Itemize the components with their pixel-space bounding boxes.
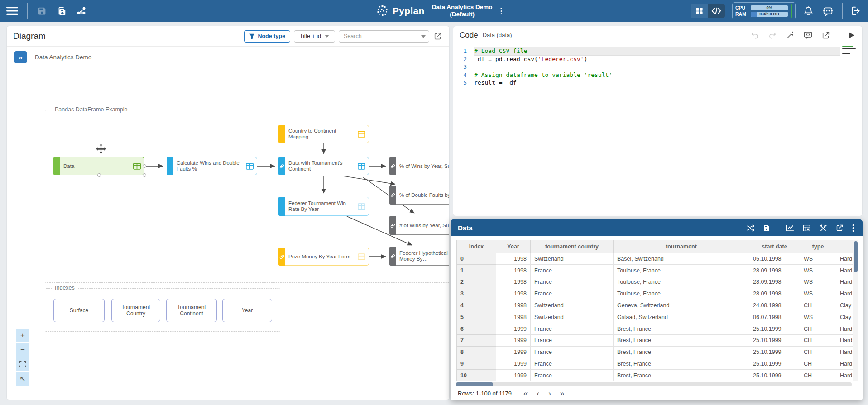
table-row[interactable]: 51998SwitzerlandGstaad, Switzerland06.07… — [457, 311, 858, 323]
diagram-node-federer-hypothetical[interactable]: Federer Hypothetical Prize Money By… — [389, 247, 450, 266]
table-cell: CH — [800, 323, 836, 335]
code-editor[interactable]: 1# Load CSV file2_df = pd.read_csv('Fede… — [453, 44, 862, 87]
menu-button[interactable] — [5, 5, 19, 16]
table-cell: Brest, France — [614, 346, 749, 358]
scrollbar-thumb[interactable] — [456, 382, 493, 386]
link-icon — [390, 254, 395, 259]
next-page-icon[interactable]: › — [548, 389, 551, 398]
index-node-surface[interactable]: Surface — [53, 299, 105, 322]
column-header[interactable]: Year — [496, 240, 531, 253]
diagram-node-data-continent[interactable]: Data with Tournament's Continent — [278, 157, 369, 175]
table-cell: France — [531, 358, 614, 370]
open-data-external-button[interactable] — [835, 223, 844, 233]
save-all-button[interactable] — [56, 5, 67, 17]
index-node-tournament-country[interactable]: Tournament Country — [111, 299, 160, 322]
table-row[interactable]: 11998FranceToulouse, France28.09.1998WSH… — [457, 265, 858, 276]
code-line[interactable]: 5result = _df — [453, 79, 862, 87]
save-button[interactable] — [36, 5, 48, 17]
diagram-node-country-mapping[interactable]: Country to Continent Mapping — [278, 125, 369, 143]
table-cell: 3 — [457, 288, 496, 300]
data-grid[interactable]: indexYeartournament countrytournamentsta… — [456, 240, 858, 381]
open-code-external-button[interactable] — [821, 30, 831, 40]
dataframe-icon — [358, 203, 365, 210]
assistant-button[interactable] — [821, 5, 834, 17]
redo-button[interactable] — [767, 30, 777, 40]
horizontal-scrollbar[interactable] — [456, 382, 852, 386]
table-row[interactable]: 41998SwitzerlandGeneva, Switzerland24.08… — [457, 300, 858, 311]
table-row[interactable]: 81999FranceBrest, France25.10.1999CHHard — [457, 346, 858, 358]
logout-button[interactable] — [850, 5, 862, 17]
arrow-up-left-icon: ↖ — [19, 374, 26, 384]
reset-view-button[interactable]: ↖ — [16, 372, 29, 386]
chart-view-button[interactable] — [785, 224, 795, 233]
brand-logo: Pyplan — [375, 4, 425, 18]
notifications-button[interactable] — [803, 5, 814, 17]
table-row[interactable]: 71999FranceBrest, France25.10.1999CHHard — [457, 335, 858, 347]
column-header[interactable]: type — [800, 240, 836, 253]
table-cell: France — [531, 288, 614, 300]
connector-handle[interactable] — [143, 164, 146, 168]
diagram-node-federer-win-rate[interactable]: Federer Tournament Win Rate By Year — [278, 197, 369, 216]
table-row[interactable]: 61999FranceBrest, France25.10.1999CHHard — [457, 323, 858, 335]
format-code-button[interactable] — [785, 30, 795, 40]
run-code-button[interactable] — [847, 30, 856, 40]
code-line-text: result = _df — [474, 79, 840, 87]
code-line[interactable]: 4# Assign dataframe to variable 'result' — [453, 71, 862, 79]
line-number: 3 — [453, 63, 474, 70]
resize-handle[interactable] — [143, 173, 146, 177]
fit-view-button[interactable] — [16, 357, 29, 371]
first-page-icon[interactable]: « — [523, 389, 528, 398]
grid-view-toggle[interactable] — [691, 4, 708, 18]
table-cell: CH — [800, 370, 836, 381]
column-header[interactable]: start date — [749, 240, 800, 253]
diagram-node-wins-by-year-surface[interactable]: % of Wins by Year, Surface — [389, 157, 450, 175]
prev-page-icon[interactable]: ‹ — [537, 389, 539, 398]
diagram-node-num-wins-surface[interactable]: # of Wins by Year, Surface and… — [389, 216, 450, 235]
zoom-in-button[interactable]: + — [16, 329, 29, 342]
column-header[interactable]: tournament country — [531, 240, 614, 253]
undo-icon — [751, 31, 759, 39]
column-header[interactable]: index — [457, 240, 496, 253]
vertical-scrollbar[interactable] — [853, 240, 858, 381]
shuffle-dims-button[interactable] — [745, 224, 755, 233]
node-hierarchy-button[interactable] — [76, 5, 87, 17]
open-external-icon — [822, 31, 830, 39]
table-cell: 10 — [457, 370, 496, 381]
logout-icon — [851, 6, 861, 16]
scrollbar-thumb[interactable] — [854, 241, 858, 272]
more-options-button[interactable] — [851, 223, 855, 233]
diagram-canvas[interactable]: Pandas DataFrame Example Indexes — [7, 26, 449, 400]
link-icon — [390, 164, 395, 169]
code-line[interactable]: 3 — [453, 63, 862, 71]
table-cell: 1 — [457, 265, 496, 276]
column-header[interactable]: tournament — [614, 240, 749, 253]
code-view-toggle[interactable] — [708, 4, 725, 18]
connector-handle[interactable] — [97, 173, 101, 177]
ram-bar: 0.3/2.0 GB — [751, 12, 788, 17]
table-row[interactable]: 101999FranceBrest, France25.10.1999CHHar… — [457, 370, 858, 381]
code-line[interactable]: 2_df = pd.read_csv('Federer.csv') — [453, 55, 862, 63]
diagram-node-data[interactable]: Data — [53, 157, 144, 175]
table-row[interactable]: 21998FranceToulouse, France28.09.1998WSH… — [457, 276, 858, 288]
table-cell: Switzerland — [531, 300, 614, 311]
table-cell: France — [531, 370, 614, 381]
table-cell: 6 — [457, 323, 496, 335]
diagram-node-prize-money-form[interactable]: Prize Money By Year Form — [278, 248, 369, 266]
diagram-node-double-faults-year[interactable]: % of Double Faults by Year — [389, 186, 450, 205]
index-node-year[interactable]: Year — [222, 299, 272, 322]
table-row[interactable]: 91999FranceBrest, France25.10.1999CHHard — [457, 358, 858, 370]
diagram-node-calculate-wins[interactable]: Calculate Wins and Double Faults % — [167, 157, 257, 175]
undo-button[interactable] — [750, 30, 760, 40]
top-navbar: Pyplan Data Analytics Demo (Default) CPU… — [0, 0, 868, 22]
table-row[interactable]: 01998SwitzerlandBasel, Switzerland05.10.… — [457, 253, 858, 265]
comment-button[interactable] — [803, 30, 813, 40]
code-line[interactable]: 1# Load CSV file — [453, 47, 862, 55]
save-view-button[interactable] — [762, 224, 771, 233]
app-menu-button[interactable] — [499, 7, 503, 15]
last-page-icon[interactable]: » — [560, 389, 564, 398]
table-row[interactable]: 31998FranceToulouse, France28.09.1998WSH… — [457, 288, 858, 300]
pivot-view-button[interactable] — [802, 224, 811, 233]
index-node-tournament-continent[interactable]: Tournament Continent — [166, 299, 217, 322]
zoom-out-button[interactable]: − — [16, 343, 29, 357]
tools-button[interactable] — [818, 224, 828, 233]
